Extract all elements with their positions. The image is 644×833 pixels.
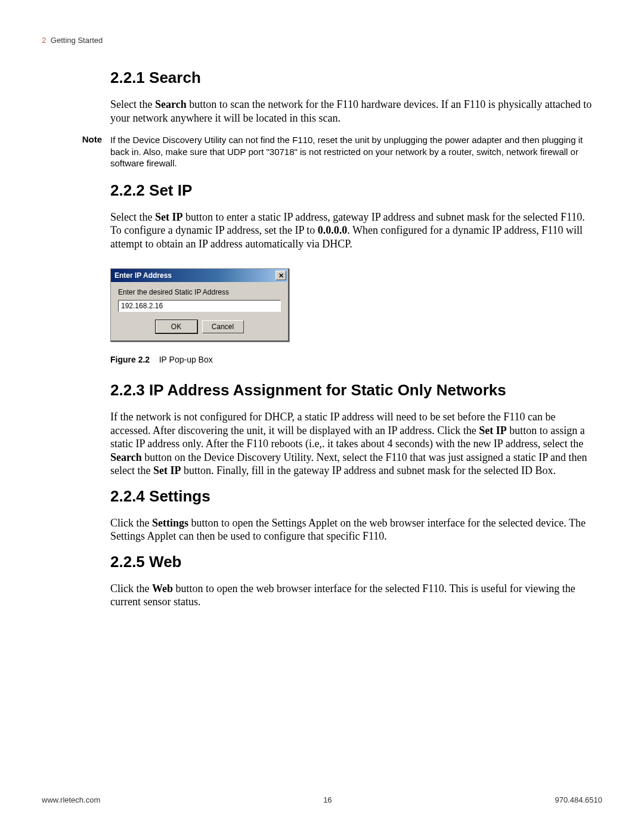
bold-text: Set IP (479, 425, 507, 436)
note-body: If the Device Discovery Utility can not … (110, 134, 602, 169)
figure-caption: Figure 2.2 IP Pop-up Box (110, 355, 596, 364)
section-title: Web (149, 553, 181, 571)
cancel-button[interactable]: Cancel (202, 320, 244, 333)
page-header: 2 Getting Started (42, 36, 602, 45)
section-number: 2.2.3 (110, 381, 145, 399)
chapter-title: Getting Started (51, 36, 103, 45)
footer-right: 970.484.6510 (555, 795, 602, 804)
section-number: 2.2.4 (110, 487, 145, 505)
section-title: Settings (149, 487, 210, 505)
chapter-number: 2 (42, 36, 46, 45)
paragraph-set-ip: Select the Set IP button to enter a stat… (110, 210, 596, 251)
bold-text: 0.0.0.0 (318, 224, 348, 236)
dialog-field-label: Enter the desired Static IP Address (118, 288, 281, 296)
note-label: Note (42, 134, 110, 169)
heading-settings: 2.2.4 Settings (110, 487, 596, 506)
heading-ip-assignment: 2.2.3 IP Address Assignment for Static O… (110, 381, 596, 400)
footer-left: www.rletech.com (42, 795, 100, 804)
bold-text: Set IP (155, 211, 183, 223)
dialog-body: Enter the desired Static IP Address OK C… (111, 282, 288, 340)
dialog-title-text: Enter IP Address (114, 271, 172, 280)
bold-text: Settings (152, 517, 188, 529)
ok-button[interactable]: OK (156, 320, 197, 333)
paragraph-web: Click the Web button to open the web bro… (110, 582, 596, 609)
section-number: 2.2.5 (110, 553, 145, 571)
section-title: Set IP (149, 181, 192, 199)
dialog-button-row: OK Cancel (118, 320, 281, 333)
dialog-titlebar[interactable]: Enter IP Address ✕ (111, 269, 288, 282)
content-column: 2.2.2 Set IP Select the Set IP button to… (110, 181, 596, 609)
section-number: 2.2.2 (110, 181, 145, 199)
page-footer: www.rletech.com 16 970.484.6510 (42, 795, 602, 804)
heading-search: 2.2.1 Search (110, 69, 596, 87)
figure-label: Figure 2.2 (110, 355, 150, 364)
note-block: Note If the Device Discovery Utility can… (42, 134, 602, 169)
bold-text: Search (110, 451, 142, 463)
paragraph-search: Select the Search button to scan the net… (110, 98, 596, 125)
section-number: 2.2.1 (110, 69, 145, 86)
bold-text: Web (152, 583, 173, 594)
ip-dialog-window: Enter IP Address ✕ Enter the desired Sta… (110, 268, 289, 342)
paragraph-ip-assignment: If the network is not configured for DHC… (110, 410, 596, 478)
bold-text: Search (155, 98, 187, 110)
close-icon[interactable]: ✕ (275, 271, 286, 280)
figure-block: Enter IP Address ✕ Enter the desired Sta… (110, 268, 596, 364)
content-column: 2.2.1 Search Select the Search button to… (110, 69, 596, 125)
footer-page-number: 16 (323, 795, 332, 804)
figure-caption-text: IP Pop-up Box (159, 355, 213, 364)
ip-address-input[interactable] (118, 300, 281, 312)
heading-web: 2.2.5 Web (110, 553, 596, 571)
heading-set-ip: 2.2.2 Set IP (110, 181, 596, 200)
section-title: Search (149, 69, 201, 86)
section-title: IP Address Assignment for Static Only Ne… (149, 381, 506, 399)
paragraph-settings: Click the Settings button to open the Se… (110, 516, 596, 543)
bold-text: Set IP (153, 465, 181, 476)
document-page: 2 Getting Started 2.2.1 Search Select th… (0, 0, 644, 833)
